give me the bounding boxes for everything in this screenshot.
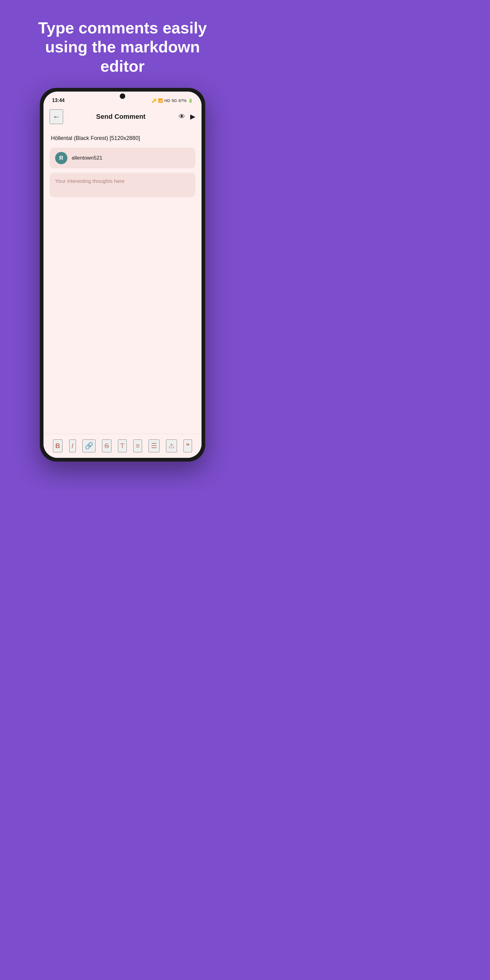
content-area: Höllental (Black Forest) [5120x2880] R a… bbox=[43, 128, 202, 434]
photo-title: Höllental (Black Forest) [5120x2880] bbox=[49, 133, 196, 143]
app-header: ← Send Comment 👁 ▶ bbox=[43, 105, 202, 128]
italic-button[interactable]: I bbox=[69, 439, 76, 452]
hero-title: Type comments easily using the markdown … bbox=[0, 0, 245, 88]
quote-button[interactable]: ❝ bbox=[183, 439, 192, 452]
link-button[interactable]: 🔗 bbox=[83, 439, 95, 452]
status-icons: 🔑 📶 HD 5G 87% 🔋 bbox=[151, 98, 193, 103]
signal-label: 5G bbox=[172, 98, 177, 103]
battery-icon: 🔋 bbox=[188, 98, 193, 103]
key-icon: 🔑 bbox=[151, 98, 156, 103]
avatar: R bbox=[55, 152, 67, 164]
status-time: 13:44 bbox=[52, 98, 65, 103]
strikethrough-button[interactable]: S bbox=[102, 439, 111, 452]
warning-button[interactable]: ⚠ bbox=[166, 439, 177, 452]
ordered-list-button[interactable]: ≡ bbox=[133, 439, 142, 452]
header-actions: 👁 ▶ bbox=[178, 113, 196, 121]
comment-placeholder: Your interesting thoughts here bbox=[55, 178, 124, 184]
comment-input-box[interactable]: Your interesting thoughts here bbox=[49, 173, 196, 197]
wifi-icon: 📶 bbox=[158, 98, 163, 103]
page-title: Send Comment bbox=[63, 113, 178, 121]
preview-icon[interactable]: 👁 bbox=[178, 113, 185, 121]
avatar-letter: R bbox=[59, 155, 64, 161]
hd-label: HD bbox=[164, 98, 170, 103]
camera-notch bbox=[120, 94, 125, 99]
send-button[interactable]: ▶ bbox=[190, 113, 196, 121]
back-button[interactable]: ← bbox=[49, 109, 63, 124]
phone-screen: 13:44 🔑 📶 HD 5G 87% 🔋 ← Send Comment 👁 ▶ bbox=[43, 92, 202, 458]
battery-label: 87% bbox=[178, 98, 186, 103]
markdown-toolbar: B I 🔗 S T ≡ ☰ ⚠ ❝ bbox=[43, 434, 202, 458]
username-label: allentown521 bbox=[72, 155, 102, 161]
bold-button[interactable]: B bbox=[53, 439, 63, 452]
phone-device: 13:44 🔑 📶 HD 5G 87% 🔋 ← Send Comment 👁 ▶ bbox=[40, 88, 205, 461]
unordered-list-button[interactable]: ☰ bbox=[148, 439, 159, 452]
status-bar: 13:44 🔑 📶 HD 5G 87% 🔋 bbox=[43, 92, 202, 105]
editor-spacer bbox=[49, 202, 196, 429]
user-row: R allentown521 bbox=[49, 148, 196, 169]
text-format-button[interactable]: T bbox=[118, 439, 127, 452]
